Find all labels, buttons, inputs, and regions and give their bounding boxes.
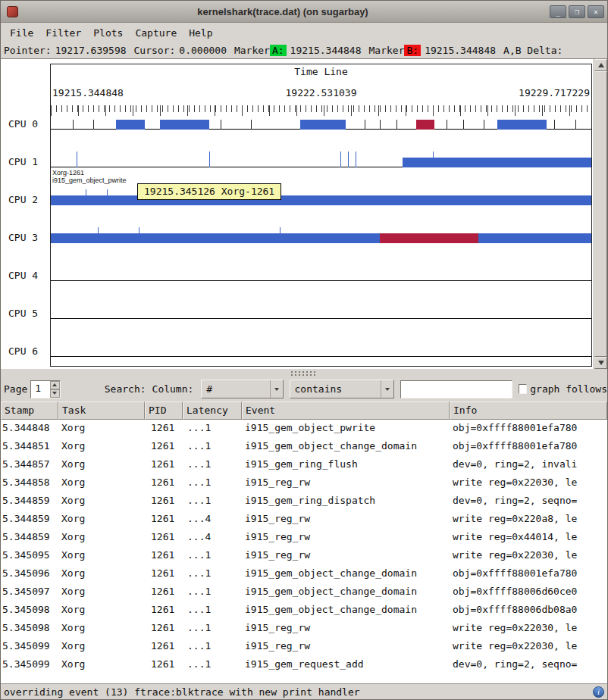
table-row[interactable]: 5.345099Xorg1261...1i915_gem_request_add… [1,656,607,674]
scrollbar-thumb[interactable] [594,71,607,357]
table-cell: i915_gem_object_pwrite [242,420,450,438]
table-cell: ...1 [183,456,242,474]
menu-plots[interactable]: Plots [87,24,129,42]
lane-baseline [51,318,591,319]
table-row[interactable]: 5.345096Xorg1261...1i915_gem_object_chan… [1,565,607,583]
column-header-stamp[interactable]: Stamp [1,402,58,420]
table-cell: Xorg [58,602,145,620]
column-label: Column: [152,383,194,395]
task-bar-red [416,120,434,130]
table-row[interactable]: 5.344851Xorg1261...1i915_gem_object_chan… [1,438,607,456]
column-header-info[interactable]: Info [450,402,607,420]
minimize-button[interactable]: _ [550,5,566,18]
hover-task-label: Xorg-1261 i915_gem_object_pwrite [52,169,127,184]
event-tick [380,120,381,130]
menu-file[interactable]: File [4,24,39,42]
event-tick [340,152,341,167]
info-icon[interactable]: i [593,686,604,698]
table-cell: dev=0, ring=2, invali [450,456,607,474]
table-cell: 1261 [145,529,183,547]
scroll-down-button[interactable] [594,357,607,369]
table-cell: obj=0xffff88006db08a0 [450,602,607,620]
table-row[interactable]: 5.345098Xorg1261...1i915_reg_rwwrite reg… [1,620,607,638]
cpu-label-0: CPU 0 [8,119,38,130]
table-row[interactable]: 5.344858Xorg1261...1i915_reg_rwwrite reg… [1,474,607,492]
search-input[interactable] [400,380,512,398]
table-cell: 1261 [145,547,183,565]
menu-filter[interactable]: Filter [39,24,87,42]
table-row[interactable]: 5.345097Xorg1261...1i915_gem_object_chan… [1,583,607,602]
cpu-label-2: CPU 2 [8,195,38,205]
event-table-body: 5.344848Xorg1261...1i915_gem_object_pwri… [1,420,607,674]
cpu-label-6: CPU 6 [8,346,38,357]
table-row[interactable]: 5.344848Xorg1261...1i915_gem_object_pwri… [1,420,607,438]
event-tick [73,120,74,130]
event-tick [554,120,555,130]
search-label: Search: [105,383,146,395]
column-select[interactable]: # [201,380,283,398]
maximize-button[interactable]: ❒ [569,5,585,18]
timeline-tooltip: 19215.345126 Xorg-1261 [137,183,281,200]
menu-capture[interactable]: Capture [129,24,183,42]
spinner-up-button[interactable] [50,381,60,389]
lane-baseline [51,356,591,357]
table-cell: i915_reg_rw [242,638,450,656]
event-tick [365,120,365,130]
match-select[interactable]: contains [290,380,394,398]
table-cell: write reg=0x220a8, le [450,511,607,529]
page-spinner[interactable]: 1 [30,380,60,398]
column-header-pid[interactable]: PID [145,402,183,420]
window-title: kernelshark(trace.dat) (on sugarbay) [18,6,547,17]
pointer-value: 19217.639598 [55,45,127,56]
column-header-event[interactable]: Event [242,402,450,420]
table-cell: write reg=0x22030, le [450,620,607,638]
spinner-down-button[interactable] [50,389,60,398]
table-cell: 5.345097 [1,583,58,602]
table-cell: Xorg [58,529,145,547]
task-bar-blue [116,120,145,130]
table-row[interactable]: 5.344859Xorg1261...1i915_gem_ring_dispat… [1,492,607,511]
titlebar[interactable]: kernelshark(trace.dat) (on sugarbay) _ ❒… [1,1,607,23]
table-row[interactable]: 5.345099Xorg1261...1i915_reg_rwwrite reg… [1,638,607,656]
table-row[interactable]: 5.344857Xorg1261...1i915_gem_ring_flushd… [1,456,607,474]
event-tick [77,152,77,167]
event-tick [209,152,210,167]
spinner-arrows[interactable] [50,381,60,398]
table-cell: 1261 [145,565,183,583]
scroll-up-button[interactable] [594,59,607,71]
column-header-latency[interactable]: Latency [183,402,242,420]
table-cell: dev=0, ring=2, seqno= [450,656,607,674]
status-bar: overriding event (13) ftrace:blktrace wi… [1,683,607,700]
timeline-graph[interactable]: Time Line 19215.344848 19222.531039 1922… [1,59,594,369]
table-row[interactable]: 5.344859Xorg1261...4i915_reg_rwwrite reg… [1,529,607,547]
graph-vertical-scrollbar[interactable] [594,59,607,369]
table-cell: 5.344858 [1,474,58,492]
table-cell: Xorg [58,547,145,565]
timeline-title: Time Line [51,66,591,77]
pointer-bar: Pointer: 19217.639598 Cursor: 0.000000 M… [1,42,607,59]
status-message: overriding event (13) ftrace:blktrace wi… [4,686,360,698]
close-button[interactable]: ✕ [588,5,604,18]
graph-follows-checkbox[interactable] [519,384,528,394]
table-row[interactable]: 5.345095Xorg1261...1i915_reg_rwwrite reg… [1,547,607,565]
table-cell: i915_gem_object_change_domain [242,602,450,620]
pointer-label: Pointer: [4,45,52,56]
menu-help[interactable]: Help [183,24,218,42]
plot-area[interactable]: Time Line 19215.344848 19222.531039 1922… [50,64,592,367]
cpu-label-3: CPU 3 [8,233,38,243]
table-cell: i915_reg_rw [242,547,450,565]
cpu-label-4: CPU 4 [8,270,38,281]
table-cell: write reg=0x22030, le [450,638,607,656]
table-cell: Xorg [58,638,145,656]
table-cell: Xorg [58,474,145,492]
table-cell: i915_reg_rw [242,529,450,547]
pane-splitter[interactable] [1,369,607,377]
table-cell: Xorg [58,511,145,529]
cursor-value: 0.000000 [179,45,227,56]
table-row[interactable]: 5.345098Xorg1261...1i915_gem_object_chan… [1,602,607,620]
table-cell: 5.344859 [1,529,58,547]
event-table: StampTaskPIDLatencyEventInfo 5.344848Xor… [1,402,607,683]
column-header-task[interactable]: Task [58,402,145,420]
table-cell: 5.344851 [1,438,58,456]
table-row[interactable]: 5.344859Xorg1261...4i915_reg_rwwrite reg… [1,511,607,529]
